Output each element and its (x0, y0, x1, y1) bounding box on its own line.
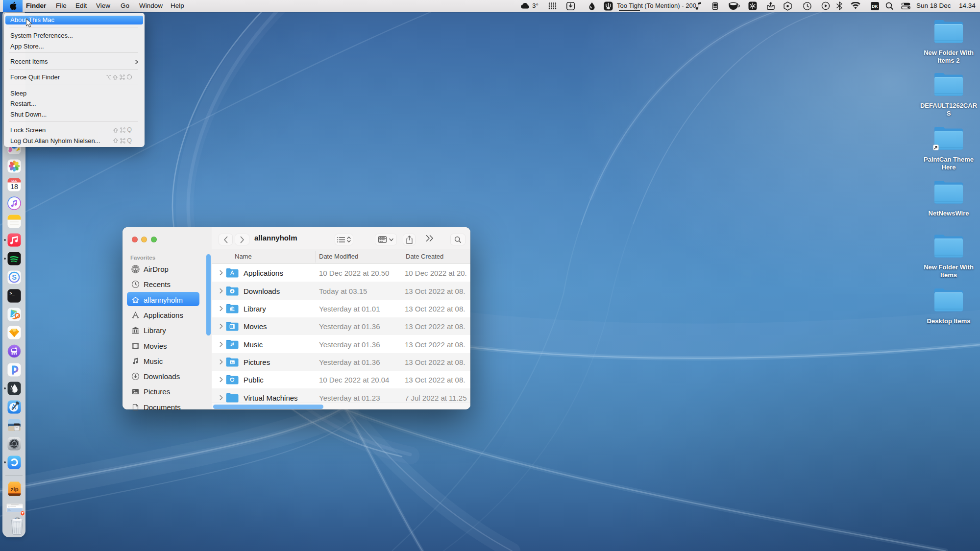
svg-text:zip: zip (10, 485, 18, 492)
svg-text:DEC: DEC (11, 179, 17, 182)
svg-text:DK: DK (872, 4, 878, 9)
svg-text:>_: >_ (9, 291, 15, 296)
svg-text:18: 18 (10, 183, 18, 191)
svg-text:S: S (12, 273, 17, 281)
